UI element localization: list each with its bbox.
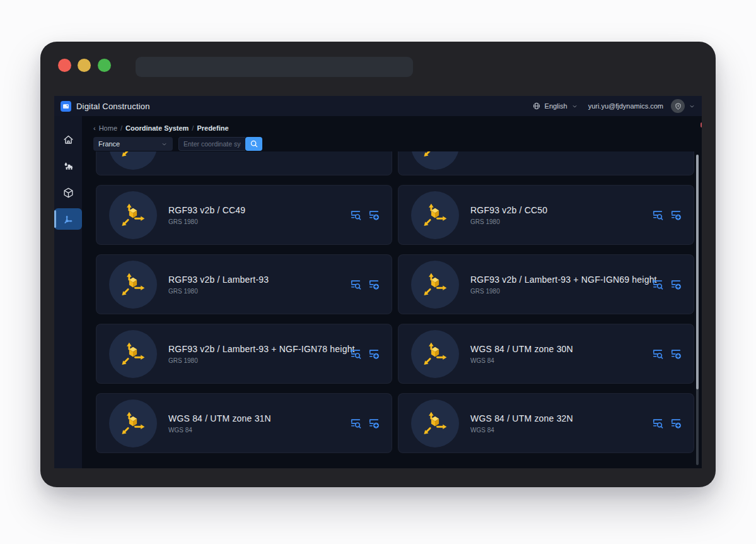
add-coordinate-icon[interactable] (670, 278, 682, 291)
app-window: Digital Construction English yuri.yu@fjd… (40, 42, 716, 487)
coordinate-card: RGF93 v2b / Lambert-93 + NGF-IGN69 heigh… (398, 254, 694, 314)
scrollbar-track[interactable] (696, 155, 699, 465)
axis-cube-icon (422, 151, 448, 159)
add-coordinate-icon[interactable] (368, 348, 380, 360)
main-content: ‹ Home / Coordinate System / Predefine F… (82, 116, 702, 468)
coordinate-axis-badge (109, 399, 157, 447)
shield-icon (674, 102, 682, 110)
add-coordinate-icon[interactable] (670, 209, 682, 222)
machine-icon (62, 160, 74, 172)
coordinate-axis-badge (109, 261, 157, 309)
view-details-icon[interactable] (349, 278, 362, 291)
add-coordinate-icon[interactable] (670, 417, 682, 430)
coordinate-system-name: WGS 84 / UTM zone 30N (470, 344, 573, 354)
sidebar-item-coordinate-system[interactable] (54, 208, 82, 230)
datum-name: GRS 1980 (168, 288, 269, 295)
search-input[interactable] (178, 137, 245, 151)
back-chevron-icon[interactable]: ‹ (93, 124, 96, 132)
axis-cube-icon (422, 202, 448, 228)
view-details-icon[interactable] (651, 417, 664, 430)
axis-cube-icon (422, 341, 448, 367)
coordinate-axis-badge (411, 261, 459, 309)
minimize-window-button[interactable] (78, 59, 91, 72)
view-details-icon[interactable] (349, 348, 362, 360)
coordinate-card: RGF93 v2b / CC49 GRS 1980 (96, 185, 392, 245)
globe-icon (532, 102, 541, 110)
coordinate-system-name: RGF93 v2b / CC50 (470, 205, 547, 215)
coordinate-axis-badge (411, 399, 459, 447)
coordinate-system-name: WGS 84 / UTM zone 32N (470, 413, 573, 423)
coordinate-axis-badge (411, 151, 459, 170)
axis-cube-icon (120, 410, 146, 437)
datum-name: GRS 1980 (168, 218, 245, 225)
zoom-window-button[interactable] (98, 59, 111, 72)
datum-name: GRS 1980 (470, 218, 547, 225)
coordinate-axis-badge (109, 330, 157, 378)
coordinate-system-name: RGF93 v2b / Lambert-93 + NGF-IGN78 heigh… (168, 344, 344, 354)
coordinate-card: WGS 84 / UTM zone 30N WGS 84 (398, 324, 694, 384)
close-window-button[interactable] (58, 59, 71, 72)
add-coordinate-icon[interactable] (368, 417, 380, 430)
axis-cube-icon (120, 151, 146, 159)
breadcrumb: ‹ Home / Coordinate System / Predefine (93, 124, 229, 132)
coordinate-axis-badge (411, 191, 459, 239)
axis-cube-icon (422, 271, 448, 298)
view-details-icon[interactable] (349, 417, 362, 430)
browser-tab[interactable] (136, 57, 413, 77)
chevron-down-icon[interactable] (689, 103, 695, 110)
add-coordinate-icon[interactable] (368, 278, 380, 291)
avatar[interactable] (671, 99, 685, 113)
datum-name: GRS 1980 (168, 357, 344, 364)
coordinate-axis-badge (109, 151, 157, 170)
coordinate-system-list: RGF93 v2b / CC49 GRS 1980 (82, 151, 702, 468)
axis-cube-icon (120, 341, 146, 367)
add-coordinate-icon[interactable] (670, 348, 682, 360)
axis-cube-icon (422, 410, 448, 437)
datum-name: WGS 84 (470, 427, 573, 434)
sidebar-item-home[interactable] (54, 129, 82, 150)
coordinate-card: WGS 84 / UTM zone 32N WGS 84 (398, 393, 694, 453)
breadcrumb-coordinate-system[interactable]: Coordinate System (125, 124, 189, 132)
view-details-icon[interactable] (651, 278, 664, 291)
datum-name: GRS 1980 (470, 288, 646, 295)
notification-badge[interactable] (701, 122, 702, 127)
coordinate-axis-badge (109, 191, 157, 239)
coordinate-system-name: RGF93 v2b / Lambert-93 (168, 275, 269, 285)
coordinate-card-partial[interactable] (96, 151, 392, 175)
filter-bar: France (93, 137, 262, 151)
coordinate-axis-badge (411, 330, 459, 378)
window-titlebar (40, 42, 716, 96)
coordinate-card: WGS 84 / UTM zone 31N WGS 84 (96, 393, 392, 453)
coordinate-system-name: RGF93 v2b / Lambert-93 + NGF-IGN69 heigh… (470, 275, 646, 285)
coordinate-card: RGF93 v2b / Lambert-93 + NGF-IGN78 heigh… (96, 324, 392, 384)
scrollbar-thumb[interactable] (696, 155, 699, 389)
user-email[interactable]: yuri.yu@fjdynamics.com (588, 102, 663, 110)
region-select[interactable]: France (93, 137, 173, 151)
axis-cube-icon (120, 271, 146, 298)
add-coordinate-icon[interactable] (368, 209, 380, 222)
app-logo-icon (61, 101, 71, 112)
view-details-icon[interactable] (349, 209, 362, 222)
coordinate-card-partial[interactable] (398, 151, 694, 175)
sidebar (54, 116, 82, 468)
breadcrumb-home[interactable]: Home (99, 124, 117, 132)
view-details-icon[interactable] (651, 348, 664, 360)
coordinate-axis-icon (62, 213, 74, 225)
desktop-background: Digital Construction English yuri.yu@fjd… (0, 0, 756, 544)
home-icon (62, 134, 74, 146)
search-icon (250, 139, 259, 148)
app-header: Digital Construction English yuri.yu@fjd… (54, 96, 702, 116)
app-frame: Digital Construction English yuri.yu@fjd… (54, 96, 702, 468)
language-selector[interactable]: English (545, 102, 567, 110)
breadcrumb-predefine: Predefine (197, 124, 228, 132)
search-button[interactable] (245, 137, 262, 151)
sidebar-item-models[interactable] (54, 182, 82, 203)
sidebar-item-machines[interactable] (54, 155, 82, 177)
region-select-value: France (98, 140, 120, 148)
axis-cube-icon (120, 202, 146, 228)
chevron-down-icon (571, 103, 578, 110)
app-title: Digital Construction (76, 102, 150, 111)
coordinate-card: RGF93 v2b / CC50 GRS 1980 (398, 185, 694, 245)
view-details-icon[interactable] (651, 209, 664, 222)
coordinate-card: RGF93 v2b / Lambert-93 GRS 1980 (96, 254, 392, 314)
